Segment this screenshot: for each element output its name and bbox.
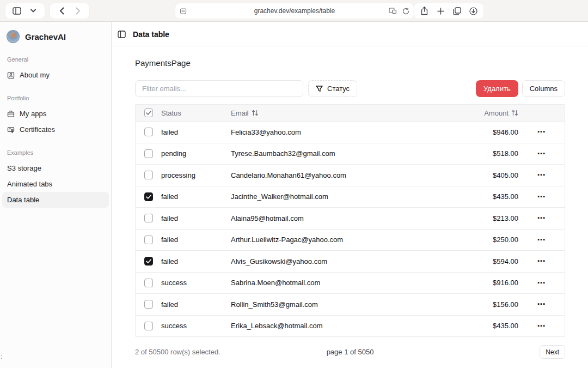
row-checkbox[interactable] xyxy=(144,214,153,222)
sort-icon xyxy=(252,110,259,116)
share-icon xyxy=(421,7,428,15)
table-row: processing Candelario.Monahan61@yahoo.co… xyxy=(136,164,565,186)
row-checkbox[interactable] xyxy=(144,192,153,201)
row-actions-button[interactable]: ⋯ xyxy=(537,237,546,243)
sidebar: GrachevAI General About my Portfolio My … xyxy=(0,22,112,368)
status-cell: success xyxy=(161,279,205,287)
reader-icon[interactable] xyxy=(180,8,187,15)
page-indicator: page 1 of 5050 xyxy=(135,348,565,356)
browser-sidebar-chevron-button[interactable] xyxy=(25,4,41,18)
row-checkbox[interactable] xyxy=(144,236,153,244)
email-cell: Felicia33@yahoo.com xyxy=(205,128,453,136)
delete-button[interactable]: Удалить xyxy=(476,80,518,97)
certificate-icon xyxy=(7,126,15,134)
sidebar-item-s3-storage[interactable]: S3 storage xyxy=(2,160,109,176)
page-header-title: Data table xyxy=(133,30,169,39)
check-icon xyxy=(146,259,151,263)
columns-button[interactable]: Columns xyxy=(522,80,565,97)
email-cell: Arthur.Lueilwitz-Pagac@yahoo.com xyxy=(205,236,453,244)
column-header-email[interactable]: Email xyxy=(205,109,453,117)
column-header-status: Status xyxy=(161,109,205,117)
email-cell: Candelario.Monahan61@yahoo.com xyxy=(205,171,453,179)
row-checkbox[interactable] xyxy=(144,257,153,266)
row-checkbox[interactable] xyxy=(144,279,153,287)
email-cell: Alaina95@hotmail.com xyxy=(205,214,453,222)
new-tab-button[interactable] xyxy=(432,4,449,18)
sidebar-item-label: Certificates xyxy=(20,125,55,134)
amount-cell: $946.00 xyxy=(453,128,518,136)
browser-forward-button[interactable] xyxy=(70,4,86,18)
table-body: failed Felicia33@yahoo.com $946.00 ⋯ pen… xyxy=(136,121,565,336)
share-button[interactable] xyxy=(416,4,432,18)
chevron-right-icon xyxy=(76,7,81,15)
email-cell: Alvis_Gusikowski@yahoo.com xyxy=(205,257,453,266)
sidebar-item-label: S3 storage xyxy=(7,164,41,172)
reload-icon[interactable] xyxy=(402,8,409,15)
sidebar-item-about-my[interactable]: About my xyxy=(2,67,109,83)
download-icon xyxy=(469,7,477,15)
page-settings-icon[interactable] xyxy=(389,8,397,14)
address-bar[interactable]: grachev.dev/examples/table xyxy=(175,3,414,19)
select-all-checkbox[interactable] xyxy=(144,108,153,117)
row-checkbox[interactable] xyxy=(144,149,153,158)
row-checkbox[interactable] xyxy=(144,171,153,179)
row-actions-button[interactable]: ⋯ xyxy=(537,258,546,264)
row-actions-button[interactable]: ⋯ xyxy=(537,301,546,307)
row-checkbox[interactable] xyxy=(144,300,153,309)
row-actions-button[interactable]: ⋯ xyxy=(537,215,546,221)
browser-toolbar: grachev.dev/examples/table xyxy=(0,0,588,22)
funnel-icon xyxy=(316,86,323,92)
row-checkbox[interactable] xyxy=(144,322,153,330)
sidebar-item-label: Animated tabs xyxy=(7,180,52,188)
filter-emails-input[interactable] xyxy=(135,80,303,97)
email-cell: Tyrese.Baumbach32@gmail.com xyxy=(205,149,453,158)
chevron-left-icon xyxy=(59,7,64,15)
main-content: Data table PaymentsPage Статус Удалить C… xyxy=(112,22,588,368)
status-cell: failed xyxy=(161,192,205,201)
status-cell: pending xyxy=(161,149,205,158)
app-sidebar-toggle-button[interactable] xyxy=(118,27,126,41)
browser-sidebar-toggle-button[interactable] xyxy=(9,4,25,18)
table-row: failed Felicia33@yahoo.com $946.00 ⋯ xyxy=(136,121,565,143)
table-row: failed Alaina95@hotmail.com $213.00 ⋯ xyxy=(136,207,565,229)
next-page-button[interactable]: Next xyxy=(540,345,565,359)
chevron-down-icon xyxy=(30,9,36,13)
column-header-amount[interactable]: Amount xyxy=(453,109,518,117)
browser-back-button[interactable] xyxy=(53,4,70,18)
status-cell: failed xyxy=(161,236,205,244)
profile-button[interactable]: GrachevAI xyxy=(2,28,109,51)
email-cell: Rollin_Smith53@gmail.com xyxy=(205,300,453,309)
sort-icon xyxy=(511,110,518,116)
status-cell: failed xyxy=(161,214,205,222)
status-filter-button[interactable]: Статус xyxy=(308,80,357,97)
amount-cell: $916.00 xyxy=(453,279,518,287)
row-actions-button[interactable]: ⋯ xyxy=(537,129,546,135)
row-actions-button[interactable]: ⋯ xyxy=(537,323,546,329)
row-checkbox[interactable] xyxy=(144,128,153,136)
sidebar-item-my-apps[interactable]: My apps xyxy=(2,106,109,122)
table-header-row: Status Email Amount xyxy=(136,105,565,121)
table-row: success Erika_Lebsack@hotmail.com $435.0… xyxy=(136,315,565,337)
sidebar-item-certificates[interactable]: Certificates xyxy=(2,122,109,137)
row-actions-button[interactable]: ⋯ xyxy=(537,280,546,286)
table-footer: 2 of 50500 row(s) selected. page 1 of 50… xyxy=(135,345,565,359)
status-cell: failed xyxy=(161,300,205,309)
status-cell: failed xyxy=(161,257,205,266)
sidebar-item-animated-tabs[interactable]: Animated tabs xyxy=(2,176,109,192)
downloads-button[interactable] xyxy=(465,4,481,18)
sidebar-item-label: Data table xyxy=(7,196,39,204)
sidebar-item-data-table[interactable]: Data table xyxy=(2,192,109,208)
tab-overview-button[interactable] xyxy=(449,4,465,18)
row-actions-button[interactable]: ⋯ xyxy=(537,151,546,156)
amount-cell: $213.00 xyxy=(453,214,518,222)
avatar xyxy=(7,30,20,43)
table-row: failed Jacinthe_Walker@hotmail.com $435.… xyxy=(136,186,565,208)
table-row: pending Tyrese.Baumbach32@gmail.com $518… xyxy=(136,143,565,165)
page-title: PaymentsPage xyxy=(135,58,565,68)
table-row: success Sabrina.Moen@hotmail.com $916.00… xyxy=(136,272,565,294)
profile-name: GrachevAI xyxy=(25,32,66,41)
stray-text: ; xyxy=(1,353,2,359)
row-actions-button[interactable]: ⋯ xyxy=(537,194,546,200)
url-text: grachev.dev/examples/table xyxy=(175,7,414,15)
row-actions-button[interactable]: ⋯ xyxy=(537,172,546,178)
